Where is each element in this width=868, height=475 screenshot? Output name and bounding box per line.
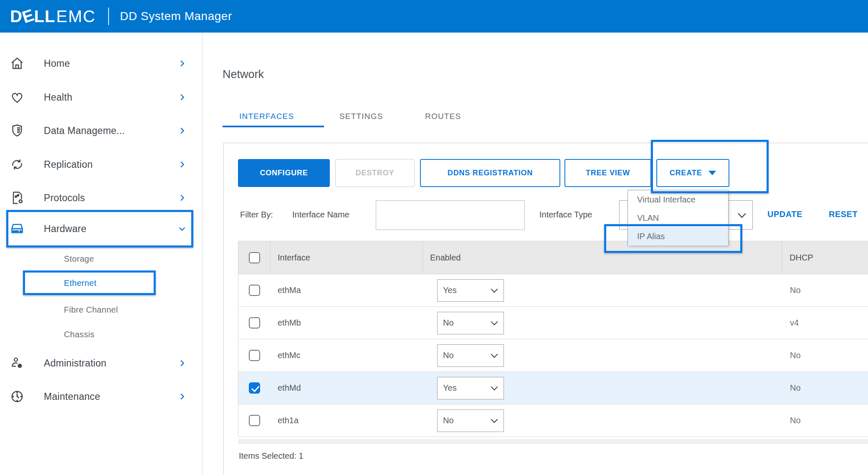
user-gear-icon — [9, 355, 25, 371]
sidebar-item-label: Health — [44, 92, 72, 103]
menu-item-virtual-interface[interactable]: Virtual Interface — [628, 190, 728, 209]
tree-view-button[interactable]: TREE VIEW — [564, 159, 651, 187]
sidebar-item-protocols[interactable]: Protocols — [0, 188, 202, 208]
create-dropdown-menu: Virtual Interface VLAN IP Alias — [628, 190, 729, 245]
row-checkbox[interactable] — [249, 285, 260, 296]
chevron-right-icon — [177, 160, 187, 169]
protocols-icon — [9, 189, 25, 206]
page-title: Network — [223, 68, 264, 81]
dd-system-manager-screen: DELL EMC DD System Manager Home Health — [0, 0, 868, 475]
sidebar-item-administration[interactable]: Administration — [0, 353, 202, 373]
chevron-down-icon — [491, 383, 498, 390]
heart-icon — [9, 89, 25, 106]
enabled-value: Yes — [438, 383, 457, 393]
create-button[interactable]: CREATE — [656, 159, 729, 187]
enabled-select[interactable]: No — [437, 344, 504, 367]
interface-type-label: Interface Type — [539, 210, 592, 220]
sidebar-subitem-label: Ethernet — [64, 278, 96, 288]
ddns-registration-button[interactable]: DDNS REGISTRATION — [420, 159, 560, 187]
sidebar-subitem-label: Chassis — [64, 330, 94, 339]
column-header-dhcp: DHCP — [782, 241, 868, 274]
update-link[interactable]: UPDATE — [767, 210, 802, 219]
chevron-down-icon — [177, 224, 187, 233]
chevron-right-icon — [177, 359, 187, 368]
dhcp-value: No — [782, 286, 868, 295]
chevron-right-icon — [177, 93, 187, 102]
tab-interfaces[interactable]: INTERFACES — [239, 112, 294, 121]
sidebar-item-data-management[interactable]: Data Manageme... — [0, 121, 202, 141]
enabled-select[interactable]: No — [437, 409, 504, 432]
enabled-select[interactable]: Yes — [437, 377, 504, 399]
sidebar-item-health[interactable]: Health — [0, 87, 202, 107]
sidebar-item-chassis[interactable]: Chassis — [0, 324, 202, 344]
chevron-down-icon — [491, 318, 498, 325]
app-header: DELL EMC DD System Manager — [0, 0, 868, 33]
sidebar-item-replication[interactable]: Replication — [0, 154, 202, 174]
sidebar-item-label: Data Manageme... — [44, 125, 125, 136]
table-row-ethMc: ethMc No No — [238, 339, 868, 372]
enabled-value: No — [438, 416, 454, 425]
sidebar-item-home[interactable]: Home — [0, 53, 202, 73]
sidebar-item-fibre-channel[interactable]: Fibre Channel — [0, 300, 202, 320]
sidebar-item-label: Home — [44, 58, 70, 69]
chevron-down-icon — [491, 286, 498, 293]
sidebar-nav: Home Health Data Manageme... — [0, 33, 202, 475]
enabled-value: No — [438, 351, 454, 360]
chevron-down-icon — [491, 351, 498, 358]
tab-settings[interactable]: SETTINGS — [339, 112, 383, 121]
dell-wordmark: DELL — [10, 7, 55, 26]
table-row-ethMb: ethMb No v4 — [238, 307, 868, 339]
destroy-button[interactable]: DESTROY — [335, 159, 415, 187]
select-all-cell — [238, 241, 271, 274]
dell-emc-logo: DELL EMC — [10, 7, 96, 26]
header-divider — [108, 8, 109, 25]
sidebar-item-ethernet[interactable]: Ethernet — [0, 273, 202, 293]
menu-item-vlan[interactable]: VLAN — [628, 209, 728, 227]
dhcp-value: No — [782, 416, 868, 425]
emc-wordmark: EMC — [56, 7, 96, 26]
sidebar-item-label: Maintenance — [44, 391, 100, 402]
interface-name: eth1a — [271, 416, 423, 425]
caret-down-icon — [709, 171, 716, 175]
row-checkbox[interactable] — [249, 350, 260, 361]
interface-name-input[interactable] — [376, 200, 525, 230]
interface-name: ethMd — [271, 383, 423, 393]
row-checkbox-checked[interactable] — [249, 382, 260, 394]
horizontal-scrollbar[interactable] — [238, 440, 868, 444]
sidebar-item-hardware[interactable]: Hardware — [0, 219, 202, 239]
sidebar-item-label: Protocols — [44, 192, 85, 204]
column-header-interface: Interface — [271, 241, 423, 274]
interface-name: ethMc — [271, 351, 423, 360]
configure-button[interactable]: CONFIGURE — [238, 159, 330, 187]
sidebar-item-maintenance[interactable]: Maintenance — [0, 387, 202, 407]
chevron-right-icon — [177, 59, 187, 68]
tab-routes[interactable]: ROUTES — [425, 112, 461, 121]
active-tab-underline — [223, 126, 324, 127]
enabled-value: No — [438, 318, 454, 328]
clock-icon — [9, 388, 25, 405]
table-row-eth1a: eth1a No No — [238, 404, 868, 437]
interface-name-label: Interface Name — [292, 210, 349, 220]
server-icon — [9, 220, 25, 237]
reset-link[interactable]: RESET — [829, 210, 858, 219]
chevron-right-icon — [177, 392, 187, 401]
table-row-ethMa: ethMa Yes No — [238, 274, 868, 307]
select-all-checkbox[interactable] — [249, 252, 260, 263]
table-row-ethMd: ethMd Yes No — [238, 372, 868, 404]
sidebar-subitem-label: Storage — [64, 254, 94, 264]
sidebar-item-storage[interactable]: Storage — [0, 249, 202, 269]
app-title: DD System Manager — [120, 10, 232, 23]
enabled-select[interactable]: Yes — [437, 279, 504, 302]
sidebar-item-label: Administration — [44, 358, 106, 369]
chevron-down-icon — [738, 210, 746, 218]
home-icon — [9, 55, 25, 72]
dhcp-value: No — [782, 383, 868, 393]
row-checkbox[interactable] — [249, 415, 260, 426]
menu-item-ip-alias[interactable]: IP Alias — [628, 227, 728, 245]
shield-icon — [9, 122, 25, 139]
sidebar-item-label: Hardware — [44, 223, 86, 235]
enabled-value: Yes — [438, 286, 457, 295]
row-checkbox[interactable] — [249, 317, 260, 328]
enabled-select[interactable]: No — [437, 312, 504, 334]
sync-icon — [9, 156, 25, 173]
